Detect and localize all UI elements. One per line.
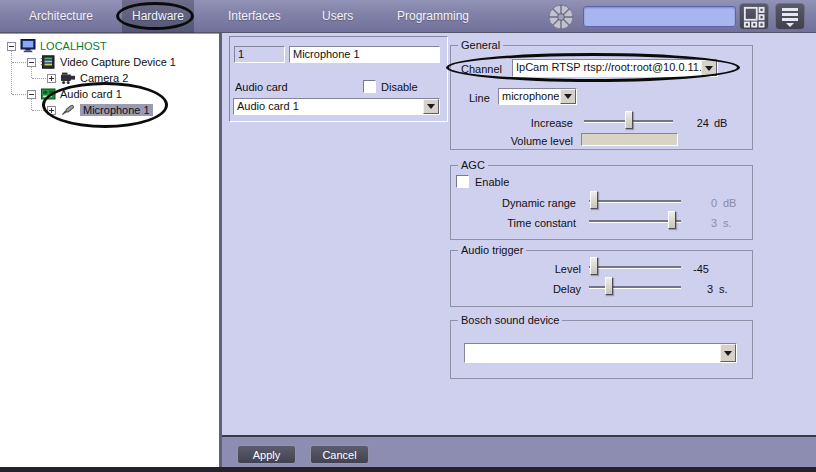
general-group-title: General (458, 39, 503, 51)
increase-slider[interactable] (584, 114, 673, 126)
audio-trigger-groupbox: Audio trigger Level -45 Delay 3 s. (450, 250, 753, 307)
tree-row-localhost[interactable]: LOCALHOST (0, 38, 219, 54)
object-name-input[interactable]: Microphone 1 (289, 46, 440, 63)
line-select[interactable]: microphone (498, 88, 577, 105)
time-constant-label: Time constant (461, 217, 576, 229)
volume-level-meter (581, 133, 678, 146)
agc-enable-label: Enable (475, 176, 509, 188)
slider-thumb[interactable] (625, 111, 633, 129)
increase-label: Increase (491, 117, 573, 129)
volume-level-label: Volume level (491, 135, 573, 147)
collapse-icon[interactable] (7, 42, 16, 51)
expand-icon[interactable] (47, 106, 56, 115)
dynamic-range-value: 0 (677, 197, 717, 209)
identity-groupbox: 1 Microphone 1 Audio card Disable Audio … (229, 36, 448, 122)
disable-checkbox[interactable] (363, 80, 376, 93)
dynamic-range-slider[interactable] (589, 194, 681, 206)
time-constant-value: 3 (677, 217, 717, 229)
camera-icon (60, 71, 77, 85)
level-slider[interactable] (589, 260, 681, 272)
apply-button[interactable]: Apply (237, 445, 296, 464)
tree-label-audio-card: Audio card 1 (60, 88, 122, 100)
object-id-field: 1 (234, 46, 285, 63)
time-constant-slider[interactable] (589, 214, 681, 226)
slider-thumb[interactable] (590, 257, 598, 275)
delay-unit: s. (719, 283, 728, 295)
action-button-bar: Apply Cancel (222, 435, 816, 467)
audio-trigger-group-title: Audio trigger (458, 244, 526, 256)
tree-label-localhost: LOCALHOST (40, 40, 107, 52)
tab-hardware[interactable]: Hardware (132, 9, 184, 23)
audio-card-label: Audio card (235, 81, 288, 93)
bosch-group-title: Bosch sound device (458, 314, 562, 326)
channel-selected-value: IpCam RTSP rtsp://root:root@10.0.11.1 (516, 61, 708, 73)
screen-layout-button[interactable] (739, 3, 769, 30)
collapse-icon[interactable] (27, 90, 36, 99)
audio-card-select[interactable]: Audio card 1 (233, 98, 440, 115)
time-constant-unit: s. (723, 217, 732, 229)
search-input[interactable] (583, 6, 736, 27)
disable-label: Disable (381, 81, 418, 93)
agc-group-title: AGC (458, 159, 488, 171)
delay-slider[interactable] (589, 280, 681, 292)
tree-label-video-capture-device: Video Capture Device 1 (60, 56, 176, 68)
delay-label: Delay (521, 283, 581, 295)
computer-icon (20, 39, 37, 53)
tree-row-camera[interactable]: Camera 2 (0, 70, 219, 86)
tree-label-camera: Camera 2 (80, 72, 128, 84)
agc-enable-checkbox[interactable] (456, 175, 469, 188)
capture-device-icon (40, 55, 57, 69)
tree-row-microphone[interactable]: Microphone 1 (0, 102, 219, 118)
equipment-tree: LOCALHOST Video Capture Device 1 (0, 33, 219, 467)
bosch-device-select[interactable] (464, 343, 737, 363)
level-value: -45 (669, 263, 709, 275)
audio-card-selected-value: Audio card 1 (237, 100, 299, 112)
window-bottom-edge (0, 467, 816, 472)
hamburger-menu-icon (780, 6, 800, 28)
increase-value: 24 (669, 117, 709, 129)
channel-label: Channel (461, 63, 502, 75)
application-window: Architecture Hardware Interfaces Users P… (0, 0, 816, 472)
slider-thumb[interactable] (590, 191, 598, 209)
chevron-down-icon[interactable] (423, 99, 439, 114)
cancel-button[interactable]: Cancel (310, 445, 369, 464)
chevron-down-icon[interactable] (720, 344, 736, 362)
channel-select[interactable]: IpCam RTSP rtsp://root:root@10.0.11.1 (512, 59, 718, 77)
expand-icon[interactable] (47, 74, 56, 83)
chevron-down-icon[interactable] (701, 60, 717, 76)
slider-thumb[interactable] (668, 211, 676, 229)
tree-label-microphone-selected: Microphone 1 (80, 104, 153, 116)
microphone-properties-panel: 1 Microphone 1 Audio card Disable Audio … (222, 33, 816, 435)
line-label: Line (469, 92, 490, 104)
tab-programming[interactable]: Programming (397, 9, 469, 23)
layout-grid-icon (743, 6, 765, 28)
tab-users[interactable]: Users (322, 9, 353, 23)
tree-row-audio-card[interactable]: Audio card 1 (0, 86, 219, 102)
increase-unit: dB (714, 117, 727, 129)
tab-architecture[interactable]: Architecture (29, 9, 93, 23)
delay-value: 3 (673, 283, 713, 295)
tab-interfaces[interactable]: Interfaces (228, 9, 281, 23)
tree-row-video-capture-device[interactable]: Video Capture Device 1 (0, 54, 219, 70)
bosch-groupbox: Bosch sound device (450, 320, 753, 379)
sphere-icon[interactable] (547, 3, 575, 31)
agc-groupbox: AGC Enable Dynamic range 0 dB Time const… (450, 165, 753, 240)
collapse-icon[interactable] (27, 58, 36, 67)
slider-track (589, 200, 681, 202)
slider-track (589, 266, 681, 268)
microphone-icon (60, 103, 77, 117)
slider-thumb[interactable] (605, 277, 613, 295)
slider-track (589, 286, 681, 288)
dynamic-range-label: Dynamic range (461, 197, 576, 209)
audio-card-icon (40, 87, 57, 101)
top-menu-bar: Architecture Hardware Interfaces Users P… (0, 0, 816, 33)
general-groupbox: General Channel IpCam RTSP rtsp://root:r… (450, 45, 753, 150)
dynamic-range-unit: dB (723, 197, 736, 209)
line-selected-value: microphone (502, 90, 559, 102)
level-label: Level (521, 263, 581, 275)
chevron-down-icon[interactable] (560, 89, 576, 104)
main-menu-button[interactable] (775, 3, 805, 30)
